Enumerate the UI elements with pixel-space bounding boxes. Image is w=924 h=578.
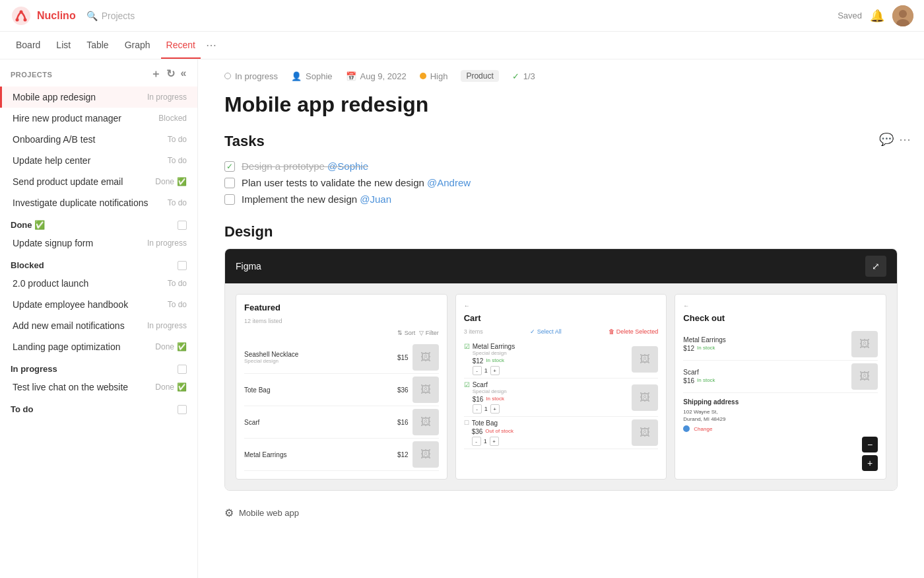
sidebar-item-mobile-app-redesign[interactable]: Mobile app redesign In progress bbox=[0, 87, 197, 108]
task-text-3: Implement the new design @Juan bbox=[242, 194, 391, 205]
search-placeholder: Projects bbox=[102, 11, 135, 21]
cart-count: 3 items bbox=[464, 328, 483, 335]
tab-board[interactable]: Board bbox=[11, 32, 46, 59]
task-mention-3: @Juan bbox=[360, 194, 391, 205]
figma-expand-button[interactable]: ⤢ bbox=[865, 256, 886, 277]
top-nav: Nuclino 🔍 Projects Saved 🔔 bbox=[0, 0, 924, 32]
figma-frame-cart: ← Cart 3 items ✓ Select All 🗑 Delete Sel… bbox=[455, 294, 667, 480]
svg-point-2 bbox=[24, 18, 27, 21]
task-checkbox-3[interactable] bbox=[224, 194, 235, 205]
checkout-thumb-1: 🖼 bbox=[851, 331, 878, 357]
collapse-icon[interactable]: « bbox=[181, 67, 187, 81]
task-list: ✓ Design a prototype @Sophie Plan user t… bbox=[224, 158, 898, 207]
tab-list[interactable]: List bbox=[51, 32, 76, 59]
sidebar-item-onboarding-ab[interactable]: Onboarding A/B test To do bbox=[0, 129, 197, 150]
select-all[interactable]: ✓ Select All bbox=[530, 328, 562, 335]
cart-qty-1: - 1 + bbox=[473, 366, 515, 375]
sidebar-item-update-help[interactable]: Update help center To do bbox=[0, 150, 197, 171]
tab-recent[interactable]: Recent bbox=[161, 32, 201, 59]
cart-row-3: ☐ Tote Bag $36 Out of stock - 1 bbox=[464, 417, 659, 449]
projects-label: PROJECTS bbox=[11, 71, 52, 79]
sidebar-item-add-email-notifications[interactable]: Add new email notifications In progress bbox=[0, 315, 197, 336]
figma-header: Figma ⤢ bbox=[225, 249, 897, 283]
delete-selected[interactable]: 🗑 Delete Selected bbox=[609, 328, 658, 335]
sidebar-actions: ＋ ↻ « bbox=[150, 67, 187, 81]
checkout-thumb-2: 🖼 bbox=[851, 363, 878, 390]
meta-assignee[interactable]: 👤 Sophie bbox=[291, 71, 332, 81]
tab-graph[interactable]: Graph bbox=[119, 32, 156, 59]
svg-point-0 bbox=[12, 7, 30, 25]
date-value: Aug 9, 2022 bbox=[360, 71, 407, 81]
fab-plus-button[interactable]: + bbox=[862, 455, 878, 471]
featured-row-1: Seashell Necklace Special design $15 🖼 bbox=[244, 342, 439, 374]
document-title: Mobile app redesign bbox=[224, 92, 898, 117]
tab-bar: Board List Table Graph Recent ⋯ bbox=[0, 32, 924, 59]
meta-date[interactable]: 📅 Aug 9, 2022 bbox=[346, 71, 407, 81]
in-progress-section-checkbox[interactable] bbox=[178, 365, 187, 374]
figma-embed: Figma ⤢ Featured 12 items listed ⇅ Sort … bbox=[224, 248, 898, 491]
sidebar-item-landing-page[interactable]: Landing page optimization Done ✅ bbox=[0, 336, 197, 357]
todo-section-checkbox[interactable] bbox=[178, 405, 187, 414]
svg-point-1 bbox=[16, 18, 19, 21]
cart-title: Cart bbox=[464, 313, 659, 323]
sort-button[interactable]: ⇅ Sort bbox=[397, 330, 415, 336]
sidebar-item-product-launch[interactable]: 2.0 product launch To do bbox=[0, 273, 197, 294]
nuclino-logo-icon bbox=[11, 5, 32, 26]
priority-value: High bbox=[430, 71, 448, 81]
tab-more-icon[interactable]: ⋯ bbox=[206, 39, 216, 52]
thumb-4: 🖼 bbox=[412, 441, 439, 468]
change-address-link[interactable]: Change bbox=[694, 426, 712, 432]
cart-thumb-1: 🖼 bbox=[632, 346, 658, 373]
tag-value: Product bbox=[461, 70, 498, 82]
assignee-value: Sophie bbox=[306, 71, 332, 81]
cart-back-icon: ← bbox=[464, 303, 659, 309]
checkout-row-2: Scarf $16 In stock 🖼 bbox=[683, 361, 878, 393]
thumb-1: 🖼 bbox=[412, 344, 439, 371]
cart-qty-2: - 1 + bbox=[473, 404, 507, 414]
sidebar-item-update-signup[interactable]: Update signup form In progress bbox=[0, 233, 197, 254]
tab-table[interactable]: Table bbox=[81, 32, 114, 59]
sidebar-section-in-progress[interactable]: In progress bbox=[0, 357, 197, 377]
embed-label: Mobile web app bbox=[239, 508, 299, 518]
design-heading: Design bbox=[224, 223, 898, 240]
sidebar-item-test-live-chat[interactable]: Test live chat on the website Done ✅ bbox=[0, 377, 197, 398]
notification-bell-icon[interactable]: 🔔 bbox=[870, 9, 884, 23]
meta-status[interactable]: In progress bbox=[224, 71, 278, 81]
embed-footer: ⚙ Mobile web app bbox=[224, 501, 898, 524]
more-options-icon[interactable]: ⋯ bbox=[899, 132, 911, 147]
figma-label: Figma bbox=[236, 261, 261, 271]
filter-button[interactable]: ▽ Filter bbox=[419, 330, 439, 336]
sidebar-item-send-product-email[interactable]: Send product update email Done ✅ bbox=[0, 171, 197, 192]
featured-title: Featured bbox=[244, 303, 439, 312]
done-check-icon-2: ✅ bbox=[177, 342, 187, 351]
search-bar[interactable]: 🔍 Projects bbox=[86, 11, 135, 21]
sidebar-item-update-handbook[interactable]: Update employee handbook To do bbox=[0, 294, 197, 315]
sidebar-section-blocked[interactable]: Blocked bbox=[0, 254, 197, 273]
app-name: Nuclino bbox=[37, 10, 76, 22]
done-section-checkbox[interactable] bbox=[178, 221, 187, 230]
cart-row-2: ☑ Scarf Special design $16 In stock - bbox=[464, 379, 659, 417]
featured-row-3: Scarf $16 🖼 bbox=[244, 406, 439, 439]
sidebar-item-hire-product-manager[interactable]: Hire new product manager Blocked bbox=[0, 108, 197, 129]
blocked-section-checkbox[interactable] bbox=[178, 261, 187, 270]
meta-progress[interactable]: ✓ 1/3 bbox=[512, 71, 535, 81]
avatar[interactable] bbox=[892, 5, 913, 26]
sidebar-item-investigate-notifications[interactable]: Investigate duplicate notifications To d… bbox=[0, 192, 197, 213]
address-radio[interactable] bbox=[683, 425, 690, 432]
task-item-3: Implement the new design @Juan bbox=[224, 191, 898, 207]
task-text-2: Plan user tests to validate the new desi… bbox=[242, 177, 471, 188]
meta-priority[interactable]: High bbox=[420, 71, 448, 81]
logo[interactable]: Nuclino bbox=[11, 5, 76, 26]
task-checkbox-2[interactable] bbox=[224, 178, 235, 188]
fab-minus-button[interactable]: − bbox=[862, 437, 878, 452]
refresh-icon[interactable]: ↻ bbox=[166, 67, 176, 81]
main-layout: PROJECTS ＋ ↻ « Mobile app redesign In pr… bbox=[0, 59, 924, 578]
add-project-icon[interactable]: ＋ bbox=[150, 67, 162, 81]
comment-icon[interactable]: 💬 bbox=[879, 132, 894, 147]
meta-tag[interactable]: Product bbox=[461, 70, 498, 82]
svg-point-3 bbox=[20, 10, 23, 13]
featured-subtitle: 12 items listed bbox=[244, 318, 439, 324]
sidebar-section-done[interactable]: Done ✅ bbox=[0, 213, 197, 233]
sidebar-section-todo[interactable]: To do bbox=[0, 398, 197, 417]
task-checkbox-1[interactable]: ✓ bbox=[224, 161, 235, 172]
